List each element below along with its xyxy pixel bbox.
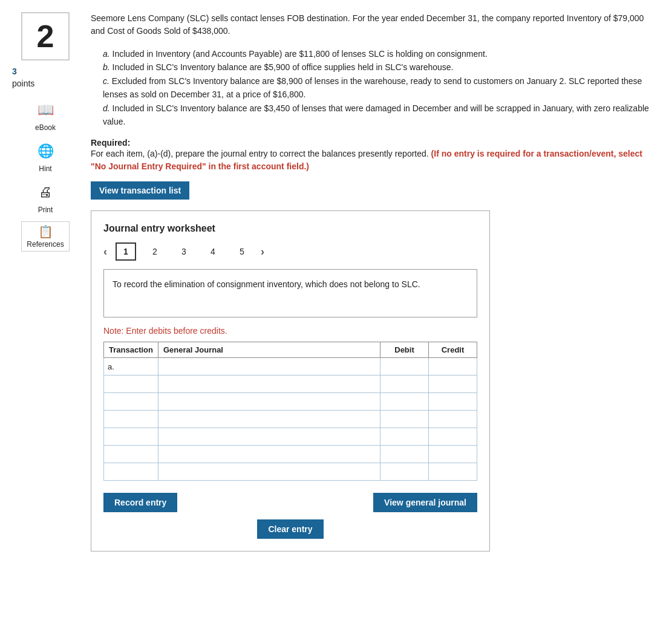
credit-cell[interactable] — [429, 393, 477, 411]
general-journal-input[interactable] — [162, 413, 376, 425]
credit-cell[interactable] — [429, 446, 477, 463]
general-journal-input[interactable] — [162, 395, 376, 408]
credit-cell[interactable] — [429, 376, 477, 393]
debit-input[interactable] — [384, 378, 425, 390]
transaction-cell: a. — [104, 358, 158, 376]
ebook-label: eBook — [35, 123, 56, 132]
table-row — [104, 393, 477, 411]
col-header-transaction: Transaction — [104, 342, 158, 358]
view-transaction-button[interactable]: View transaction list — [91, 181, 189, 200]
transaction-cell — [104, 393, 158, 411]
debit-input[interactable] — [384, 448, 425, 460]
sidebar: 2 3 points 📖 eBook 🌐 Hint 🖨 Print 📋 Refe… — [12, 12, 79, 551]
credit-cell[interactable] — [429, 428, 477, 446]
credit-cell[interactable] — [429, 358, 477, 376]
general-journal-cell[interactable] — [158, 446, 380, 463]
col-header-general-journal: General Journal — [158, 342, 380, 358]
action-buttons-row: Record entry View general journal — [103, 493, 477, 512]
table-row — [104, 411, 477, 428]
general-journal-cell[interactable] — [158, 411, 380, 428]
transaction-cell — [104, 376, 158, 393]
hint-label: Hint — [39, 164, 51, 173]
references-label: References — [27, 240, 64, 249]
list-item: c. Excluded from SLC's Inventory balance… — [91, 74, 654, 102]
main-content: Seemore Lens Company (SLC) sells contact… — [79, 12, 654, 551]
credit-input[interactable] — [433, 395, 473, 408]
list-item: d. Included in SLC's Inventory balance a… — [91, 102, 654, 129]
required-text: For each item, (a)-(d), prepare the jour… — [91, 149, 642, 171]
tab-3[interactable]: 3 — [174, 242, 194, 261]
print-icon: 🖨 — [33, 180, 57, 204]
clear-button-row: Clear entry — [103, 519, 477, 539]
references-icon: 📋 — [38, 224, 53, 239]
instruction-text: To record the elimination of consignment… — [113, 279, 420, 289]
debit-input[interactable] — [384, 431, 425, 443]
table-row — [104, 463, 477, 481]
credit-input[interactable] — [433, 448, 473, 460]
debit-cell[interactable] — [380, 463, 429, 481]
table-row: a. — [104, 358, 477, 376]
col-header-debit: Debit — [380, 342, 429, 358]
problem-number: 2 — [21, 12, 70, 60]
clear-entry-button[interactable]: Clear entry — [257, 519, 323, 539]
table-row — [104, 446, 477, 463]
journal-worksheet: Journal entry worksheet ‹ 1 2 3 4 5 › To… — [91, 210, 490, 551]
tab-navigation: ‹ 1 2 3 4 5 › — [103, 242, 477, 261]
tab-2[interactable]: 2 — [145, 242, 165, 261]
transaction-cell — [104, 428, 158, 446]
credit-input[interactable] — [433, 466, 473, 478]
tab-5[interactable]: 5 — [232, 242, 252, 261]
worksheet-title: Journal entry worksheet — [103, 223, 477, 234]
credit-input[interactable] — [433, 360, 473, 372]
journal-table: Transaction General Journal Debit Credit… — [103, 342, 477, 481]
tab-4[interactable]: 4 — [203, 242, 223, 261]
general-journal-cell[interactable] — [158, 376, 380, 393]
print-button[interactable]: 🖨 Print — [21, 180, 70, 214]
items-list: a. Included in Inventory (and Accounts P… — [91, 47, 654, 128]
tab-1[interactable]: 1 — [116, 242, 136, 261]
debit-cell[interactable] — [380, 376, 429, 393]
debit-input[interactable] — [384, 395, 425, 408]
references-button[interactable]: 📋 References — [21, 221, 70, 252]
debit-cell[interactable] — [380, 411, 429, 428]
debit-cell[interactable] — [380, 428, 429, 446]
debit-input[interactable] — [384, 466, 425, 478]
view-general-journal-button[interactable]: View general journal — [373, 493, 477, 512]
general-journal-cell[interactable] — [158, 393, 380, 411]
hint-button[interactable]: 🌐 Hint — [21, 139, 70, 173]
general-journal-cell[interactable] — [158, 428, 380, 446]
general-journal-cell[interactable] — [158, 463, 380, 481]
instruction-box: To record the elimination of consignment… — [103, 269, 477, 317]
credit-input[interactable] — [433, 431, 473, 443]
debit-cell[interactable] — [380, 393, 429, 411]
points-label: points — [12, 79, 34, 88]
general-journal-cell[interactable] — [158, 358, 380, 376]
transaction-cell — [104, 463, 158, 481]
col-header-credit: Credit — [429, 342, 477, 358]
credit-cell[interactable] — [429, 411, 477, 428]
general-journal-input[interactable] — [162, 448, 376, 460]
print-label: Print — [38, 206, 53, 214]
next-tab-button[interactable]: › — [261, 246, 264, 258]
general-journal-input[interactable] — [162, 466, 376, 478]
list-item: a. Included in Inventory (and Accounts P… — [91, 47, 654, 60]
general-journal-input[interactable] — [162, 431, 376, 443]
prev-tab-button[interactable]: ‹ — [103, 246, 107, 258]
note-text: Note: Enter debits before credits. — [103, 326, 477, 336]
general-journal-input[interactable] — [162, 360, 376, 372]
ebook-button[interactable]: 📖 eBook — [21, 98, 70, 132]
table-row — [104, 376, 477, 393]
required-section: Required: For each item, (a)-(d), prepar… — [91, 138, 654, 173]
debit-input[interactable] — [384, 413, 425, 425]
credit-cell[interactable] — [429, 463, 477, 481]
debit-cell[interactable] — [380, 446, 429, 463]
credit-input[interactable] — [433, 413, 473, 425]
debit-input[interactable] — [384, 360, 425, 372]
debit-cell[interactable] — [380, 358, 429, 376]
table-row — [104, 428, 477, 446]
general-journal-input[interactable] — [162, 378, 376, 390]
required-label: Required: — [91, 138, 130, 148]
record-entry-button[interactable]: Record entry — [103, 493, 177, 512]
credit-input[interactable] — [433, 378, 473, 390]
hint-icon: 🌐 — [33, 139, 57, 163]
